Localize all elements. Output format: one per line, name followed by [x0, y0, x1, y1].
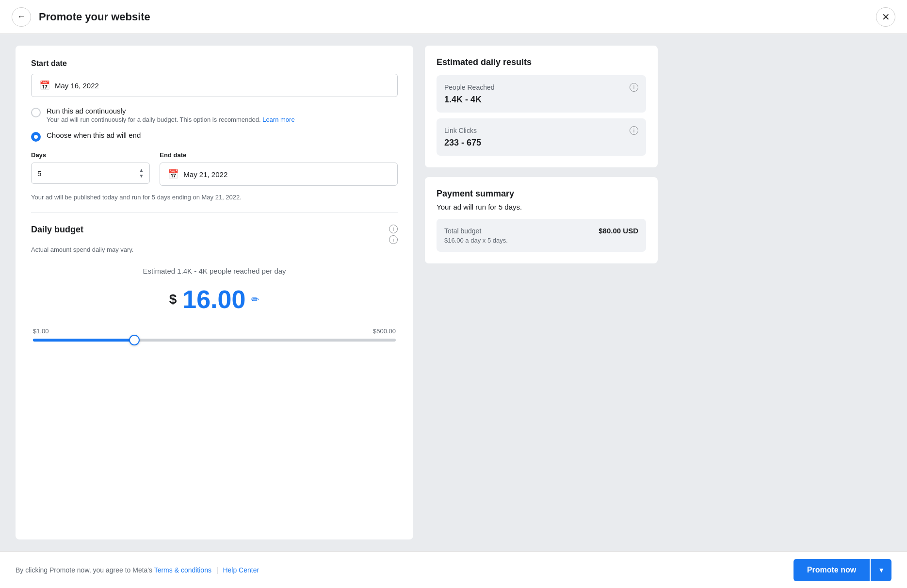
radio-group: Run this ad continuously Your ad will ru… [31, 107, 398, 142]
end-date-group: End date 📅 May 21, 2022 [160, 151, 398, 186]
left-panel: Start date 📅 May 16, 2022 Run this ad co… [16, 46, 413, 539]
radio-label-continuous: Run this ad continuously [47, 107, 295, 115]
header-left: ← Promote your website [12, 7, 150, 27]
payment-subtitle: Your ad will run for 5 days. [437, 203, 646, 211]
help-center-link[interactable]: Help Center [223, 566, 259, 574]
radio-continuous[interactable]: Run this ad continuously Your ad will ru… [31, 107, 398, 123]
people-reached-info-icon[interactable]: i [630, 83, 638, 92]
radio-sublabel-continuous: Your ad will run continuously for a dail… [47, 116, 295, 123]
people-reached-value: 1.4K - 4K [444, 95, 638, 105]
footer-pipe: | [216, 566, 218, 574]
radio-circle-continuous [31, 108, 41, 117]
spinner-down[interactable]: ▼ [139, 174, 144, 179]
estimated-results-card: Estimated daily results People Reached i… [425, 46, 658, 167]
close-icon: ✕ [882, 11, 890, 23]
slider-container: $1.00 $500.00 [31, 327, 398, 342]
dollar-sign: $ [169, 292, 177, 307]
footer-static-text: By clicking Promote now, you agree to Me… [16, 566, 152, 574]
end-date-input[interactable]: 📅 May 21, 2022 [160, 163, 398, 186]
promote-dropdown-button[interactable]: ▼ [871, 559, 891, 581]
days-input[interactable]: 5 ▲ ▼ [31, 163, 150, 184]
end-calendar-icon: 📅 [168, 169, 178, 180]
slider-min-label: $1.00 [33, 327, 49, 335]
total-note: $16.00 a day x 5 days. [444, 237, 638, 244]
edit-budget-icon[interactable]: ✏ [251, 294, 259, 305]
link-clicks-label: Link Clicks [444, 127, 477, 134]
link-clicks-row: Link Clicks i [444, 126, 638, 135]
estimated-results-title: Estimated daily results [437, 57, 646, 67]
slider-labels: $1.00 $500.00 [33, 327, 396, 335]
content-area: Start date 📅 May 16, 2022 Run this ad co… [0, 34, 907, 551]
publish-note: Your ad will be published today and run … [31, 194, 398, 201]
budget-amount-row: $ 16.00 ✏ [31, 285, 398, 314]
total-amount: $80.00 USD [599, 227, 638, 235]
payment-title: Payment summary [437, 189, 646, 199]
link-clicks-value: 233 - 675 [444, 138, 638, 148]
radio-text-continuous: Run this ad continuously Your ad will ru… [47, 107, 295, 123]
days-end-row: Days 5 ▲ ▼ End date 📅 May 21, 2022 [31, 151, 398, 186]
page-title: Promote your website [39, 11, 150, 23]
back-icon: ← [17, 12, 26, 22]
start-date-label: Start date [31, 59, 398, 68]
days-group: Days 5 ▲ ▼ [31, 151, 150, 186]
close-button[interactable]: ✕ [876, 7, 895, 27]
end-date-value: May 21, 2022 [183, 170, 227, 179]
end-date-label: End date [160, 151, 398, 159]
header: ← Promote your website ✕ [0, 0, 907, 34]
budget-slider[interactable] [33, 339, 396, 342]
people-reached-row: People Reached i [444, 83, 638, 92]
learn-more-link[interactable]: Learn more [262, 116, 294, 123]
right-panel: Estimated daily results People Reached i… [425, 46, 658, 539]
radio-circle-choose-end [31, 132, 41, 142]
spinner-up[interactable]: ▲ [139, 168, 144, 173]
payment-summary-card: Payment summary Your ad will run for 5 d… [425, 177, 658, 263]
start-date-value: May 16, 2022 [55, 82, 99, 90]
budget-info-icon-2[interactable]: i [389, 235, 398, 244]
footer: By clicking Promote now, you agree to Me… [0, 551, 907, 588]
spinner-buttons: ▲ ▼ [139, 168, 144, 179]
footer-text: By clicking Promote now, you agree to Me… [16, 566, 259, 574]
back-button[interactable]: ← [12, 7, 31, 27]
estimated-reach: Estimated 1.4K - 4K people reached per d… [31, 267, 398, 275]
total-budget-row: Total budget $80.00 USD [444, 227, 638, 235]
budget-amount: 16.00 [182, 285, 245, 314]
link-clicks-info-icon[interactable]: i [630, 126, 638, 135]
slider-thumb[interactable] [129, 335, 140, 345]
budget-title: Daily budget [31, 225, 83, 235]
info-icons: i i [389, 225, 398, 244]
dropdown-chevron-icon: ▼ [878, 566, 885, 574]
radio-choose-end[interactable]: Choose when this ad will end [31, 131, 398, 142]
budget-sublabel: Actual amount spend daily may vary. [31, 246, 398, 253]
slider-max-label: $500.00 [373, 327, 396, 335]
budget-info-icon-1[interactable]: i [389, 225, 398, 233]
radio-text-choose-end: Choose when this ad will end [47, 131, 141, 139]
people-reached-label: People Reached [444, 83, 495, 91]
divider [31, 212, 398, 213]
budget-header: Daily budget i i [31, 225, 398, 244]
link-clicks-item: Link Clicks i 233 - 675 [437, 118, 646, 156]
promote-now-button[interactable]: Promote now [794, 559, 870, 581]
calendar-icon: 📅 [39, 80, 50, 91]
radio-label-choose-end: Choose when this ad will end [47, 131, 141, 139]
days-value: 5 [37, 169, 41, 178]
footer-actions: Promote now ▼ [794, 559, 891, 581]
total-label: Total budget [444, 227, 481, 235]
terms-link[interactable]: Terms & conditions [154, 566, 211, 574]
slider-fill [33, 339, 134, 342]
total-budget-card: Total budget $80.00 USD $16.00 a day x 5… [437, 219, 646, 252]
days-label: Days [31, 151, 150, 159]
start-date-input[interactable]: 📅 May 16, 2022 [31, 74, 398, 97]
people-reached-item: People Reached i 1.4K - 4K [437, 75, 646, 113]
